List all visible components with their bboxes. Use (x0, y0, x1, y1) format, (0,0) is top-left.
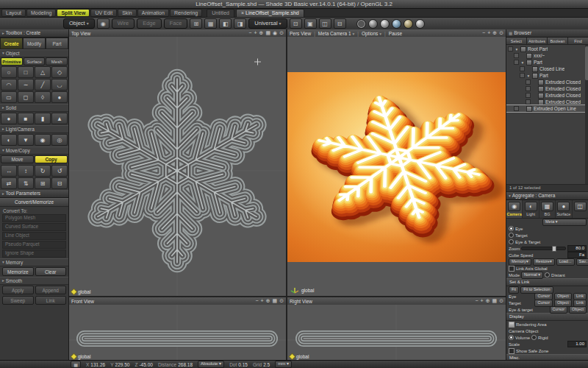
move-copy-section-header[interactable]: ▾ Move/Copy (0, 146, 68, 155)
grid-toggle-icon[interactable]: ▦ (273, 298, 278, 304)
tree-scrollbar-thumb[interactable] (585, 46, 588, 80)
options-dropdown[interactable]: Options ▾ (362, 31, 381, 36)
spotlight-tool-icon[interactable]: ▼ (18, 134, 34, 146)
primitive-button[interactable]: Primitive (1, 57, 23, 66)
arealight-tool-icon[interactable]: ◎ (51, 134, 68, 146)
tree-item-extruded-2[interactable]: Extruded Closed (506, 85, 588, 92)
shading-icon[interactable]: ◉ (273, 30, 277, 36)
swap-v-tool-icon[interactable]: ⇅ (18, 177, 34, 189)
camera-tool-icon[interactable]: ◉ (35, 134, 51, 146)
coordinate-mode-dropdown[interactable]: Absolute ▾ (198, 361, 224, 368)
lozenge-tool-icon[interactable]: ◊ (35, 91, 51, 103)
collapse-tool-icon[interactable]: ⊟ (334, 18, 346, 29)
maximize-view-icon[interactable]: ⊙ (279, 298, 284, 304)
tool-parameters-header[interactable]: ▸ Tool Parameters (0, 190, 68, 198)
pivot-tool-icon[interactable]: ▣ (304, 18, 317, 29)
collapse-icon[interactable]: ▸ (2, 190, 4, 197)
close-icon[interactable]: × (241, 10, 244, 15)
target-row[interactable]: Target (506, 232, 588, 238)
zoom-out-icon[interactable]: − (482, 30, 485, 36)
grid-tool-icon[interactable]: ▦ (204, 18, 217, 29)
camera-select-dropdown[interactable]: Meta Camera 1 ▾ (318, 31, 354, 36)
tab-skin[interactable]: Skin (118, 9, 137, 17)
shading-texture-icon[interactable] (404, 19, 413, 29)
universal-manipulator-button[interactable]: Universal▾ (248, 18, 287, 29)
unit-dropdown[interactable]: mm ▾ (275, 361, 292, 368)
coords-mode-icon[interactable]: ▦ (71, 361, 81, 368)
visibility-icon[interactable] (526, 79, 531, 85)
zoom-out-icon[interactable]: − (248, 30, 251, 36)
arc-tool-icon[interactable]: ◠ (1, 79, 17, 91)
tab-layout[interactable]: Layout (1, 9, 26, 17)
distant-radio[interactable] (545, 272, 550, 277)
tree-scrollbar[interactable] (585, 45, 588, 184)
zoom-in-icon[interactable]: + (487, 30, 490, 36)
safe-zone-checkbox[interactable] (509, 348, 514, 354)
select-tool-icon[interactable]: ⊞ (190, 18, 202, 29)
doc-tab-lineoffset[interactable]: ×LineOffset_Sample.shd (236, 9, 304, 18)
shrink-tool-icon[interactable]: ⊟ (51, 177, 68, 189)
expand-icon[interactable]: ▾ (520, 60, 525, 65)
scale-value[interactable]: 1.00 (567, 341, 587, 347)
visibility-icon[interactable] (520, 66, 525, 71)
sweep-button[interactable]: Sweep (2, 296, 34, 305)
visibility-icon[interactable] (526, 99, 531, 105)
grid-toggle-icon[interactable]: ▦ (492, 298, 498, 304)
rendering-area-row[interactable]: Rendering Area (506, 321, 588, 328)
shading-preview-icon[interactable] (415, 19, 425, 29)
tree-item-extruded-open-line[interactable]: Extruded Open Line (506, 105, 588, 112)
overlay-tool-icon[interactable]: ◫ (319, 18, 331, 29)
wire-mode-button[interactable]: Wire (112, 18, 135, 29)
mesh-button[interactable]: Mesh (46, 57, 68, 66)
target-radio[interactable] (509, 233, 514, 238)
tab-split-view[interactable]: Split View (57, 9, 90, 17)
tree-item-part[interactable]: ▾ Part (506, 59, 588, 66)
visibility-icon[interactable] (508, 46, 513, 52)
mirror-left-icon[interactable]: ◧ (219, 18, 232, 29)
browser-tab-find[interactable]: Find (568, 38, 588, 45)
eye-row[interactable]: Eye (506, 225, 588, 232)
diamond-tool-icon[interactable]: ◇ (51, 66, 68, 78)
move-button[interactable]: Move (1, 155, 34, 163)
safe-zone-row[interactable]: Show Safe Zone (506, 347, 588, 354)
translate-x-tool-icon[interactable]: ↔ (1, 165, 17, 177)
aggregate-tab-bg[interactable]: ▦ BG (539, 200, 556, 218)
eye-target-radio[interactable] (509, 239, 514, 244)
zoom-out-icon[interactable]: − (255, 298, 258, 304)
rigid-radio[interactable] (531, 335, 537, 340)
vertical-splitter[interactable] (286, 29, 287, 361)
target-cursor-button[interactable]: Cursor (534, 300, 553, 307)
grid-toggle-icon[interactable]: ▦ (265, 30, 270, 36)
tree-item-extruded-1[interactable]: Extruded Closed (506, 79, 588, 85)
memory-dropdown[interactable]: Memory▾ (509, 258, 531, 266)
zoom-in-icon[interactable]: + (481, 298, 484, 304)
browser-tab-attributes[interactable]: Attributes (527, 38, 548, 45)
load-button[interactable]: Load... (556, 258, 575, 266)
pointlight-tool-icon[interactable]: ◐ (1, 134, 17, 146)
tab-animation[interactable]: Animation (137, 9, 169, 17)
memory-section-header[interactable]: ▾ Memory (0, 258, 68, 266)
restore-dropdown[interactable]: Restore▾ (533, 258, 555, 266)
camera-icon[interactable]: ◉ (97, 18, 110, 29)
toolbox-tab-modify[interactable]: Modify (23, 38, 46, 49)
rotate-cw-tool-icon[interactable]: ↻ (35, 165, 51, 177)
aggregate-tab-camera[interactable]: ◉ Camera (506, 200, 523, 218)
object-section-header[interactable]: ▾ Object (0, 49, 68, 57)
tab-rendering[interactable]: Rendering (170, 9, 202, 17)
translate-y-tool-icon[interactable]: ↕ (18, 165, 34, 177)
fit-button[interactable]: Fit (509, 286, 519, 294)
pers-view-canvas[interactable]: global (287, 37, 506, 296)
sphere-tool-icon[interactable]: ● (1, 113, 17, 124)
tree-item-root-part[interactable]: ▾ Root Part (506, 46, 588, 52)
visibility-icon[interactable] (514, 60, 519, 65)
toolbox-tab-create[interactable]: Create (0, 38, 23, 49)
fit-view-icon[interactable]: ⊕ (259, 30, 264, 36)
polygon-tool-icon[interactable]: △ (35, 66, 51, 78)
aggregate-header[interactable]: ▾ Aggregate : Camera (506, 192, 588, 200)
maximize-view-icon[interactable]: ⊙ (499, 30, 503, 36)
disk-tool-icon[interactable]: ● (51, 91, 68, 103)
light-camera-section-header[interactable]: ▸ Light/Camera (0, 125, 68, 133)
fit-view-icon[interactable]: ⊕ (486, 298, 490, 304)
tree-item-closed-line[interactable]: Closed Line (506, 66, 588, 72)
link-axis-checkbox[interactable] (509, 266, 514, 272)
